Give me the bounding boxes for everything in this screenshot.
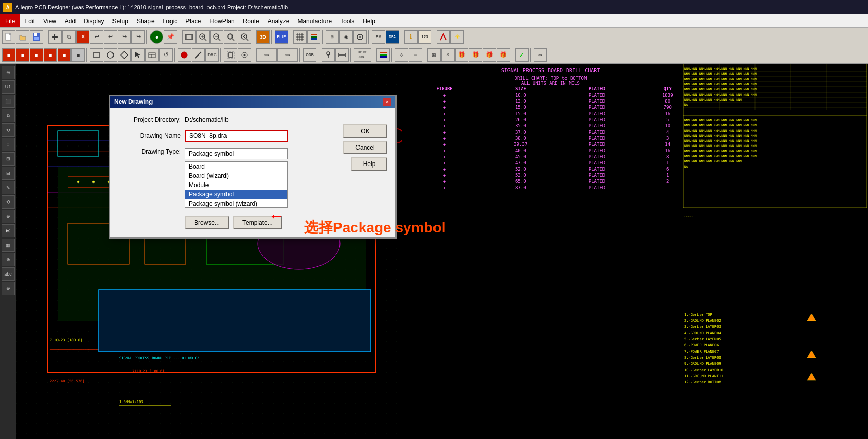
sidebar-btn-9[interactable]: ✎ <box>2 181 15 194</box>
sidebar-btn-7[interactable]: ⊞ <box>2 152 15 166</box>
tb-zoom-fit-btn[interactable] <box>182 30 196 44</box>
tb2-probe[interactable] <box>322 48 335 62</box>
tb2-btn1[interactable]: ■ <box>2 48 15 62</box>
menu-analyze[interactable]: Analyze <box>263 14 294 27</box>
drawing-type-listbox[interactable]: Board Board (wizard) Module Package symb… <box>185 161 288 208</box>
tb2-gift1[interactable]: 🎁 <box>455 48 468 62</box>
tb-pad-btn[interactable]: ◉ <box>339 30 353 44</box>
tb2-net[interactable]: ⊹ <box>395 48 408 62</box>
listbox-item-module[interactable]: Module <box>185 180 287 190</box>
canvas-area[interactable]: 7110-23 [180.6] ────────────────────────… <box>16 64 868 439</box>
tb-new-btn[interactable] <box>2 30 15 44</box>
tb2-btn3[interactable]: ■ <box>30 48 43 62</box>
tb2-line[interactable] <box>192 48 205 62</box>
menu-tools[interactable]: Tools <box>336 14 358 27</box>
sidebar-btn-15[interactable]: abc <box>2 267 15 281</box>
new-drawing-dialog[interactable]: New Drawing × Project Directory: D:/sche… <box>109 95 397 239</box>
listbox-item-package-symbol[interactable]: Package symbol <box>185 190 287 199</box>
tb2-r1r2[interactable]: R1R2∩01 <box>354 48 371 62</box>
tb2-gift2[interactable]: 🎁 <box>469 48 482 62</box>
menu-logic[interactable]: Logic <box>159 14 182 27</box>
tb2-circle[interactable] <box>104 48 117 62</box>
tb-open-btn[interactable] <box>16 30 29 44</box>
sidebar-btn-11[interactable]: ⊕ <box>2 210 15 223</box>
tb2-btn4[interactable]: ■ <box>44 48 57 62</box>
tb2-constraint[interactable]: ⊞ <box>427 48 441 62</box>
tb2-timing[interactable]: ⧖ <box>441 48 455 62</box>
tb2-mask[interactable] <box>178 48 191 62</box>
menu-flowplan[interactable]: FlowPlan <box>205 14 238 27</box>
tb2-space2[interactable]: ⟺ <box>277 48 298 62</box>
tb2-gift3[interactable]: 🎁 <box>483 48 496 62</box>
tb-zoom-box-btn[interactable] <box>224 30 237 44</box>
sidebar-btn-1[interactable]: ⊕ <box>2 66 15 79</box>
sidebar-btn-6[interactable]: ↕ <box>2 138 15 151</box>
listbox-item-board-wizard[interactable]: Board (wizard) <box>185 171 287 180</box>
menu-route[interactable]: Route <box>239 14 263 27</box>
tb-move-btn[interactable] <box>48 30 62 44</box>
tb2-layer-stack[interactable] <box>376 48 390 62</box>
dialog-ok-btn[interactable]: OK <box>343 124 387 138</box>
tb-ratsnest-btn[interactable]: ● <box>150 30 163 44</box>
tb-pin-btn[interactable]: 📌 <box>164 30 177 44</box>
tb-zoom-prev-btn[interactable] <box>238 30 251 44</box>
tb-layer-btn[interactable] <box>307 30 320 44</box>
tb-zoom-out-btn[interactable] <box>210 30 223 44</box>
tb-save-btn[interactable] <box>30 30 43 44</box>
tb-via-btn[interactable] <box>353 30 367 44</box>
tb2-zoom-all[interactable] <box>224 48 237 62</box>
tb-undo-btn[interactable]: ↩ <box>90 30 103 44</box>
tb2-ood[interactable]: ODB <box>303 48 316 62</box>
tb-info-btn[interactable]: ℹ <box>404 30 418 44</box>
tb-grid-btn[interactable] <box>293 30 307 44</box>
tb-redo-btn[interactable]: ↪ <box>118 30 131 44</box>
sidebar-btn-14[interactable]: ⊗ <box>2 253 15 266</box>
tb2-arrow[interactable] <box>118 48 131 62</box>
tb2-refresh[interactable]: ↺ <box>159 48 173 62</box>
tb-flip-btn[interactable]: FLIP <box>275 30 288 44</box>
dialog-help-btn[interactable]: Help <box>351 157 387 171</box>
menu-shape[interactable]: Shape <box>133 14 159 27</box>
menu-manufacture[interactable]: Manufacture <box>293 14 336 27</box>
sidebar-btn-3[interactable]: ⬛ <box>2 95 15 108</box>
menu-display[interactable]: Display <box>80 14 108 27</box>
tb-em-btn[interactable]: EM <box>372 30 385 44</box>
tb2-btn2[interactable]: ■ <box>16 48 29 62</box>
tb2-edit[interactable] <box>145 48 159 62</box>
tb2-mirror[interactable]: ⇔ <box>534 48 547 62</box>
dialog-browse-btn[interactable]: Browse... <box>185 216 229 229</box>
drawing-name-input[interactable] <box>185 130 288 142</box>
listbox-item-board[interactable]: Board <box>185 162 287 171</box>
dialog-close-btn[interactable]: × <box>383 98 391 106</box>
tb-dfa-btn[interactable]: DFA <box>386 30 399 44</box>
menu-setup[interactable]: Setup <box>108 14 133 27</box>
menu-edit[interactable]: Edit <box>20 14 39 27</box>
tb-redo2-btn[interactable]: ↪ <box>131 30 145 44</box>
sidebar-btn-13[interactable]: ▦ <box>2 239 15 252</box>
menu-place[interactable]: Place <box>181 14 205 27</box>
tb-wire-btn[interactable] <box>437 30 450 44</box>
sidebar-btn-16[interactable]: ⊕ <box>2 282 15 295</box>
tb2-gift4[interactable]: 🎁 <box>497 48 510 62</box>
tb-copy-btn[interactable]: ⧉ <box>62 30 76 44</box>
tb2-sym-view[interactable] <box>238 48 251 62</box>
tb2-select[interactable] <box>131 48 145 62</box>
sidebar-btn-12[interactable]: ⧔ <box>2 224 15 237</box>
menu-file[interactable]: File <box>0 14 20 27</box>
tb2-space[interactable]: ⟺ <box>256 48 277 62</box>
dialog-cancel-btn[interactable]: Cancel <box>343 141 387 154</box>
tb2-drc[interactable]: DRC <box>205 48 219 62</box>
tb2-diff-pair[interactable]: ≡ <box>409 48 422 62</box>
menu-view[interactable]: View <box>39 14 61 27</box>
tb-delete-btn[interactable]: ✕ <box>76 30 89 44</box>
tb-sym-btn[interactable]: ⊞ <box>326 30 339 44</box>
tb-3d-btn[interactable]: 3D <box>256 30 270 44</box>
sidebar-btn-5[interactable]: ⟲ <box>2 123 15 137</box>
tb2-measure[interactable] <box>335 48 349 62</box>
sidebar-btn-4[interactable]: ⧉ <box>2 109 15 122</box>
tb-sun-btn[interactable]: ☀ <box>450 30 464 44</box>
tb-zoom-in-btn[interactable] <box>196 30 210 44</box>
tb2-rect[interactable] <box>90 48 103 62</box>
menu-add[interactable]: Add <box>61 14 80 27</box>
tb2-check[interactable]: ✓ <box>515 48 529 62</box>
